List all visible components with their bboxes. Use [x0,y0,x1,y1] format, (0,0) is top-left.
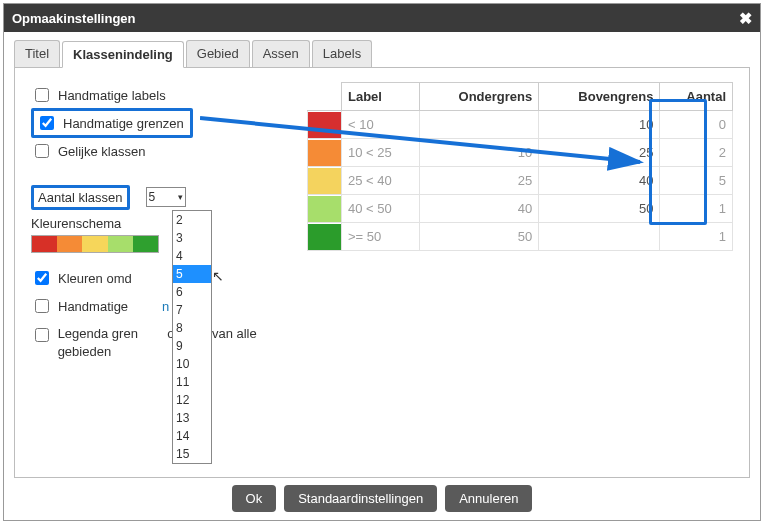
dropdown-item-5[interactable]: 5 [173,265,211,283]
opt-handmatige-labels: Handmatige labels [31,86,307,104]
dropdown-item-4[interactable]: 4 [173,247,211,265]
dropdown-item-15[interactable]: 15 [173,445,211,463]
checkbox-handmatige-labels[interactable] [35,88,49,102]
dialog-footer: Ok Standaardinstellingen Annuleren [4,485,760,512]
label-handmatige-labels: Handmatige labels [58,88,166,103]
row-color [308,167,342,195]
checkbox-gelijke-klassen[interactable] [35,144,49,158]
dropdown-item-11[interactable]: 11 [173,373,211,391]
row-ondergrens[interactable] [420,111,539,139]
row-aantal: 0 [660,111,733,139]
label-kleurenschema: Kleurenschema [31,216,307,231]
row-label[interactable]: 25 < 40 [342,167,420,195]
swatch-3 [82,236,107,252]
dropdown-aantal-klassen[interactable]: 23456789101112131415 [172,210,212,464]
table-row: 25 < 4025405 [308,167,733,195]
cancel-button[interactable]: Annuleren [445,485,532,512]
dropdown-item-7[interactable]: 7 [173,301,211,319]
dialog-title: Opmaakinstellingen [12,11,136,26]
dropdown-item-12[interactable]: 12 [173,391,211,409]
row-bovengrens[interactable]: 50 [539,195,660,223]
row-bovengrens[interactable]: 40 [539,167,660,195]
select-aantal-value: 5 [149,190,156,204]
row-label[interactable]: 40 < 50 [342,195,420,223]
checkbox-legenda[interactable] [35,328,49,342]
th-aantal: Aantal [660,83,733,111]
swatch-2 [57,236,82,252]
dropdown-item-8[interactable]: 8 [173,319,211,337]
row-color [308,195,342,223]
swatch-5 [133,236,158,252]
swatch-1 [32,236,57,252]
label-legenda: Legenda gren [58,326,138,341]
dropdown-item-13[interactable]: 13 [173,409,211,427]
row-color [308,223,342,251]
table-row: 10 < 2510252 [308,139,733,167]
opt-gelijke-klassen: Gelijke klassen [31,142,307,160]
row-label[interactable]: < 10 [342,111,420,139]
row-ondergrens[interactable]: 10 [420,139,539,167]
close-icon[interactable]: ✖ [739,9,752,28]
tab-panel: Handmatige labels Handmatige grenzen Gel… [14,68,750,478]
tab-gebied[interactable]: Gebied [186,40,250,67]
table-row: >= 50501 [308,223,733,251]
ok-button[interactable]: Ok [232,485,277,512]
table-row: 40 < 5040501 [308,195,733,223]
titlebar: Opmaakinstellingen ✖ [4,4,760,32]
classes-table: Label Ondergrens Bovengrens Aantal < 101… [307,82,733,251]
dropdown-item-6[interactable]: 6 [173,283,211,301]
right-column: Label Ondergrens Bovengrens Aantal < 101… [307,82,733,463]
th-bovengrens: Bovengrens [539,83,660,111]
left-column: Handmatige labels Handmatige grenzen Gel… [31,82,307,463]
tab-titel[interactable]: Titel [14,40,60,67]
tab-labels[interactable]: Labels [312,40,372,67]
opt-kleuren-omdraaien: Kleuren omd [31,269,307,287]
row-color [308,139,342,167]
th-ondergrens: Ondergrens [420,83,539,111]
row-bovengrens[interactable] [539,223,660,251]
tab-strip: Titel Klassenindeling Gebied Assen Label… [14,40,750,68]
dropdown-item-2[interactable]: 2 [173,211,211,229]
label-handmatige-k: Handmatige [58,299,128,314]
row-ondergrens[interactable]: 40 [420,195,539,223]
dropdown-item-14[interactable]: 14 [173,427,211,445]
opt-handmatige-grenzen: Handmatige grenzen [31,114,307,132]
row-bovengrens[interactable]: 25 [539,139,660,167]
row-aantal: 1 [660,223,733,251]
dropdown-item-3[interactable]: 3 [173,229,211,247]
dialog-opmaakinstellingen: Opmaakinstellingen ✖ Titel Klassenindeli… [3,3,761,521]
checkbox-kleuren-omdraaien[interactable] [35,271,49,285]
defaults-button[interactable]: Standaardinstellingen [284,485,437,512]
label-gelijke-klassen: Gelijke klassen [58,144,145,159]
checkbox-handmatige-kleuren[interactable] [35,299,49,313]
row-ondergrens[interactable]: 25 [420,167,539,195]
tab-assen[interactable]: Assen [252,40,310,67]
select-aantal-klassen[interactable]: 5 ▾ [146,187,186,207]
row-bovengrens[interactable]: 10 [539,111,660,139]
opt-legenda: Legenda gren o basis van alle gebieden [31,325,307,361]
row-aantal: 1 [660,195,733,223]
table-row: < 10100 [308,111,733,139]
color-scheme-preview[interactable] [31,235,159,253]
th-label: Label [342,83,420,111]
opt-handmatige-kleuren: Handmatige n [31,297,307,315]
label-kleuren-omd: Kleuren omd [58,271,132,286]
table-body: < 1010010 < 251025225 < 402540540 < 5040… [308,111,733,251]
label-handmatige-suffix: n [162,299,169,314]
dropdown-item-9[interactable]: 9 [173,337,211,355]
label-aantal-klassen: Aantal klassen [31,185,130,210]
row-aantal: 5 [660,167,733,195]
swatch-4 [108,236,133,252]
tab-klassenindeling[interactable]: Klassenindeling [62,41,184,68]
dropdown-item-10[interactable]: 10 [173,355,211,373]
row-aantal: 2 [660,139,733,167]
row-label[interactable]: 10 < 25 [342,139,420,167]
opt-aantal-klassen: Aantal klassen 5 ▾ [31,188,307,206]
row-ondergrens[interactable]: 50 [420,223,539,251]
dialog-content: Titel Klassenindeling Gebied Assen Label… [4,32,760,486]
chevron-down-icon: ▾ [178,192,183,202]
row-color [308,111,342,139]
checkbox-handmatige-grenzen[interactable] [40,116,54,130]
row-label[interactable]: >= 50 [342,223,420,251]
label-handmatige-grenzen: Handmatige grenzen [63,116,184,131]
